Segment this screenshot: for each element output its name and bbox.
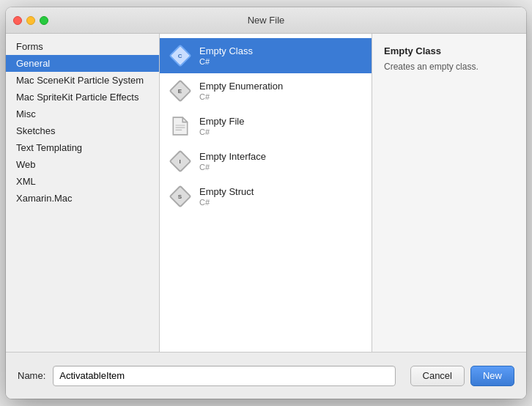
empty-file-name: Empty File — [199, 116, 244, 127]
empty-interface-icon: I — [169, 150, 192, 173]
name-input[interactable] — [53, 366, 395, 386]
main-content: Forms General Mac SceneKit Particle Syst… — [6, 34, 526, 352]
sidebar-item-general[interactable]: General — [6, 55, 159, 72]
empty-enum-sub: C# — [199, 92, 283, 101]
sidebar-item-forms[interactable]: Forms — [6, 38, 159, 55]
empty-file-sub: C# — [199, 128, 244, 136]
empty-struct-text: Empty Struct C# — [199, 186, 254, 207]
empty-enum-name: Empty Enumeration — [199, 81, 283, 92]
cancel-button[interactable]: Cancel — [410, 366, 465, 386]
empty-enum-text: Empty Enumeration C# — [199, 81, 283, 101]
empty-struct-name: Empty Struct — [199, 186, 254, 197]
file-item-empty-enumeration[interactable]: E Empty Enumeration C# — [160, 73, 372, 108]
sidebar-item-xml[interactable]: XML — [6, 173, 159, 190]
empty-interface-text: Empty Interface C# — [199, 151, 266, 171]
empty-interface-sub: C# — [199, 163, 266, 171]
new-button[interactable]: New — [470, 366, 514, 386]
sidebar-item-xamarin-mac[interactable]: Xamarin.Mac — [6, 190, 159, 207]
empty-interface-name: Empty Interface — [199, 151, 266, 162]
empty-file-text: Empty File C# — [199, 116, 244, 136]
empty-struct-icon: S — [169, 185, 192, 208]
detail-description: Creates an empty class. — [384, 61, 514, 73]
empty-file-icon — [169, 114, 192, 138]
empty-class-text: Empty Class C# — [199, 45, 253, 66]
window-title: New File — [248, 15, 285, 26]
sidebar-item-misc[interactable]: Misc — [6, 106, 159, 122]
sidebar-item-text-templating[interactable]: Text Templating — [6, 139, 159, 156]
action-buttons: Cancel New — [410, 366, 514, 386]
maximize-button[interactable] — [40, 16, 48, 25]
empty-class-name: Empty Class — [199, 45, 253, 56]
empty-struct-sub: C# — [199, 198, 254, 207]
sidebar: Forms General Mac SceneKit Particle Syst… — [6, 34, 160, 352]
file-item-empty-struct[interactable]: S Empty Struct C# — [160, 179, 372, 214]
file-item-empty-file[interactable]: Empty File C# — [160, 108, 372, 144]
detail-title: Empty Class — [384, 45, 514, 56]
sidebar-item-mac-scenekit[interactable]: Mac SceneKit Particle System — [6, 72, 159, 89]
file-list: C Empty Class C# E — [160, 34, 372, 352]
empty-class-icon: C — [169, 44, 192, 67]
empty-class-sub: C# — [199, 57, 253, 66]
detail-panel: Empty Class Creates an empty class. — [372, 34, 526, 352]
name-label: Name: — [18, 370, 45, 381]
new-file-dialog: New File Forms General Mac SceneKit Part… — [6, 7, 526, 399]
close-button[interactable] — [13, 16, 22, 25]
empty-enum-icon: E — [169, 79, 192, 103]
minimize-button[interactable] — [26, 16, 35, 25]
titlebar: New File — [6, 7, 526, 34]
traffic-lights — [13, 16, 48, 25]
file-item-empty-class[interactable]: C Empty Class C# — [160, 38, 372, 73]
sidebar-item-mac-spritekit[interactable]: Mac SpriteKit Particle Effects — [6, 89, 159, 106]
sidebar-item-sketches[interactable]: Sketches — [6, 122, 159, 139]
file-item-empty-interface[interactable]: I Empty Interface C# — [160, 144, 372, 179]
bottom-bar: Name: Cancel New — [6, 352, 526, 399]
sidebar-item-web[interactable]: Web — [6, 156, 159, 173]
